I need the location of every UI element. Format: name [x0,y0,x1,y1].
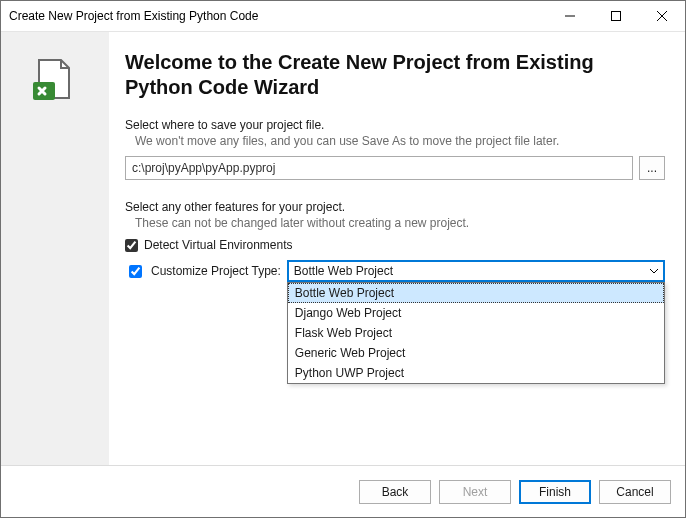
project-type-combo-wrap: Bottle Web Project Bottle Web Project Dj… [287,260,665,282]
path-row: ... [125,156,665,180]
chevron-down-icon [650,264,658,278]
features-label: Select any other features for your proje… [125,200,665,214]
minimize-icon [565,11,575,21]
dropdown-option[interactable]: Django Web Project [288,303,664,323]
wizard-window: Create New Project from Existing Python … [0,0,686,518]
page-title: Welcome to the Create New Project from E… [125,50,665,100]
python-project-icon [31,54,79,102]
project-type-dropdown[interactable]: Bottle Web Project Django Web Project Fl… [287,282,665,384]
save-location-hint: We won't move any files, and you can use… [125,134,665,148]
wizard-footer: Back Next Finish Cancel [1,465,685,517]
wizard-body: Welcome to the Create New Project from E… [1,32,685,465]
minimize-button[interactable] [547,1,593,32]
maximize-icon [611,11,621,21]
project-path-input[interactable] [125,156,633,180]
svg-rect-1 [612,12,621,21]
save-location-label: Select where to save your project file. [125,118,665,132]
wizard-content: Welcome to the Create New Project from E… [109,32,685,465]
cancel-button[interactable]: Cancel [599,480,671,504]
dropdown-option[interactable]: Flask Web Project [288,323,664,343]
project-type-selected: Bottle Web Project [294,264,393,278]
next-button: Next [439,480,511,504]
window-title: Create New Project from Existing Python … [1,9,547,23]
customize-type-row: Customize Project Type: Bottle Web Proje… [125,260,665,282]
maximize-button[interactable] [593,1,639,32]
finish-button[interactable]: Finish [519,480,591,504]
detect-venv-row: Detect Virtual Environments [125,238,665,252]
detect-venv-checkbox[interactable] [125,239,138,252]
browse-button[interactable]: ... [639,156,665,180]
detect-venv-label: Detect Virtual Environments [144,238,293,252]
features-hint: These can not be changed later without c… [125,216,665,230]
back-button[interactable]: Back [359,480,431,504]
customize-type-label: Customize Project Type: [151,264,281,278]
project-type-combo[interactable]: Bottle Web Project [287,260,665,282]
close-button[interactable] [639,1,685,32]
customize-type-checkbox[interactable] [129,265,142,278]
close-icon [657,11,667,21]
wizard-sidebar [1,32,109,465]
titlebar: Create New Project from Existing Python … [1,1,685,32]
dropdown-option[interactable]: Bottle Web Project [288,283,664,303]
dropdown-option[interactable]: Python UWP Project [288,363,664,383]
dropdown-option[interactable]: Generic Web Project [288,343,664,363]
